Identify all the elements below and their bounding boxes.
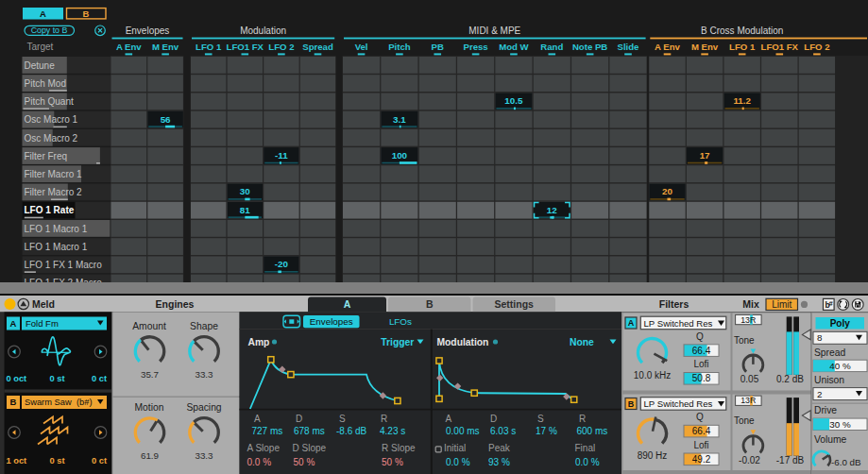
svg-text:17 %: 17 %: [536, 426, 557, 436]
svg-text:Volume: Volume: [814, 434, 847, 445]
svg-text:Note PB: Note PB: [572, 42, 607, 52]
svg-text:Mix: Mix: [742, 298, 759, 310]
svg-text:50.8: 50.8: [692, 373, 711, 383]
svg-text:Filter Macro 1: Filter Macro 1: [25, 169, 83, 179]
svg-text:A: A: [254, 414, 261, 424]
svg-text:A Env: A Env: [655, 42, 680, 52]
svg-text:LFO 1: LFO 1: [729, 42, 756, 52]
svg-text:Spacing: Spacing: [186, 402, 221, 413]
svg-text:100: 100: [392, 150, 408, 161]
svg-text:MIDI & MPE: MIDI & MPE: [468, 25, 520, 36]
svg-text:LFO 2: LFO 2: [804, 42, 829, 52]
svg-text:0 oct: 0 oct: [7, 374, 27, 383]
svg-text:Spread: Spread: [814, 347, 845, 358]
svg-text:A: A: [628, 318, 635, 328]
svg-text:R Slope: R Slope: [382, 443, 416, 453]
svg-text:Mod W: Mod W: [499, 42, 529, 52]
svg-text:17: 17: [700, 150, 710, 161]
svg-text:890 Hz: 890 Hz: [638, 450, 668, 461]
svg-text:Limit: Limit: [772, 299, 791, 310]
svg-text:A: A: [40, 8, 46, 19]
svg-text:11.2: 11.2: [733, 95, 751, 106]
svg-text:0 ct: 0 ct: [92, 374, 107, 383]
svg-text:Motion: Motion: [135, 402, 164, 413]
svg-text:-17 dB: -17 dB: [776, 455, 805, 466]
svg-text:10.0 kHz: 10.0 kHz: [634, 370, 671, 381]
svg-text:-0.02: -0.02: [739, 455, 760, 466]
svg-text:Filters: Filters: [659, 298, 689, 310]
svg-text:Q: Q: [696, 412, 704, 422]
svg-text:PB: PB: [432, 42, 444, 52]
svg-text:Osc Macro 2: Osc Macro 2: [25, 133, 78, 144]
svg-text:Modulation: Modulation: [437, 337, 489, 347]
svg-text:LP Switched Res: LP Switched Res: [644, 398, 713, 409]
svg-text:81: 81: [240, 205, 250, 215]
svg-text:B: B: [83, 8, 90, 19]
svg-text:66.4: 66.4: [692, 346, 711, 356]
svg-text:30 %: 30 %: [829, 419, 851, 430]
svg-text:33.3: 33.3: [195, 450, 213, 461]
svg-text:Shape: Shape: [190, 321, 218, 331]
svg-text:S: S: [537, 414, 544, 424]
svg-text:Spread: Spread: [302, 42, 333, 52]
svg-text:-11: -11: [275, 150, 288, 161]
svg-text:600 ms: 600 ms: [577, 426, 608, 436]
svg-text:LFOs: LFOs: [389, 316, 412, 327]
svg-text:Lofi: Lofi: [693, 440, 708, 450]
svg-text:93 %: 93 %: [488, 457, 510, 467]
svg-text:R: R: [579, 414, 586, 424]
svg-text:56: 56: [161, 114, 171, 125]
svg-text:Meld: Meld: [32, 298, 55, 310]
svg-text:Lofi: Lofi: [693, 359, 708, 369]
svg-text:Target: Target: [27, 42, 54, 52]
svg-text:4.23 s: 4.23 s: [380, 426, 405, 436]
svg-text:0.05: 0.05: [740, 374, 759, 384]
svg-text:B: B: [426, 298, 434, 310]
svg-text:Detune: Detune: [25, 60, 56, 71]
svg-text:Modulation: Modulation: [240, 25, 286, 36]
svg-text:None: None: [570, 337, 594, 347]
svg-text:Engines: Engines: [156, 298, 195, 310]
svg-text:0 ct: 0 ct: [92, 456, 107, 466]
svg-text:Filter Freq: Filter Freq: [25, 151, 68, 161]
svg-text:LFO 2: LFO 2: [268, 42, 294, 52]
svg-text:Osc Macro 1: Osc Macro 1: [25, 114, 78, 125]
svg-text:Trigger: Trigger: [381, 337, 414, 347]
svg-text:Pitch: Pitch: [388, 42, 411, 52]
svg-text:1 oct: 1 oct: [7, 456, 27, 466]
svg-text:3.1: 3.1: [393, 114, 406, 125]
svg-text:12: 12: [547, 205, 557, 215]
svg-text:0 st: 0 st: [49, 456, 64, 466]
svg-text:Q: Q: [696, 331, 704, 342]
svg-text:Tone: Tone: [734, 415, 755, 426]
svg-text:678 ms: 678 ms: [294, 426, 325, 436]
svg-text:727 ms: 727 ms: [252, 426, 283, 436]
svg-text:66.4: 66.4: [692, 426, 711, 436]
svg-text:Amount: Amount: [132, 321, 166, 331]
svg-text:10.5: 10.5: [504, 95, 523, 106]
svg-text:LFO 1 FX 1 Macro: LFO 1 FX 1 Macro: [25, 260, 103, 270]
svg-text:2: 2: [817, 389, 822, 399]
svg-text:-20: -20: [275, 259, 289, 269]
svg-text:Poly: Poly: [830, 318, 851, 329]
svg-text:Swarm Saw: Swarm Saw: [25, 398, 72, 407]
svg-text:A Slope: A Slope: [247, 443, 281, 453]
svg-text:0.0 %: 0.0 %: [247, 457, 272, 467]
svg-text:D: D: [296, 414, 302, 424]
svg-text:30: 30: [240, 186, 250, 196]
svg-text:LFO1 FX: LFO1 FX: [227, 42, 264, 52]
svg-text:Pitch Mod: Pitch Mod: [25, 78, 66, 89]
svg-text:Settings: Settings: [494, 298, 534, 310]
svg-text:Rand: Rand: [540, 42, 563, 52]
svg-text:Vel: Vel: [355, 42, 368, 52]
svg-text:Amp: Amp: [248, 337, 270, 347]
svg-text:40 %: 40 %: [829, 361, 851, 371]
svg-text:50 %: 50 %: [382, 457, 403, 467]
svg-text:Press: Press: [464, 42, 488, 52]
svg-text:-6.0 dB: -6.0 dB: [831, 457, 861, 467]
svg-text:Fold Fm: Fold Fm: [26, 318, 59, 329]
svg-text:Tone: Tone: [734, 335, 755, 346]
svg-text:13R: 13R: [740, 315, 756, 325]
svg-text:LFO1 FX: LFO1 FX: [761, 42, 799, 52]
svg-text:Final: Final: [575, 443, 596, 453]
